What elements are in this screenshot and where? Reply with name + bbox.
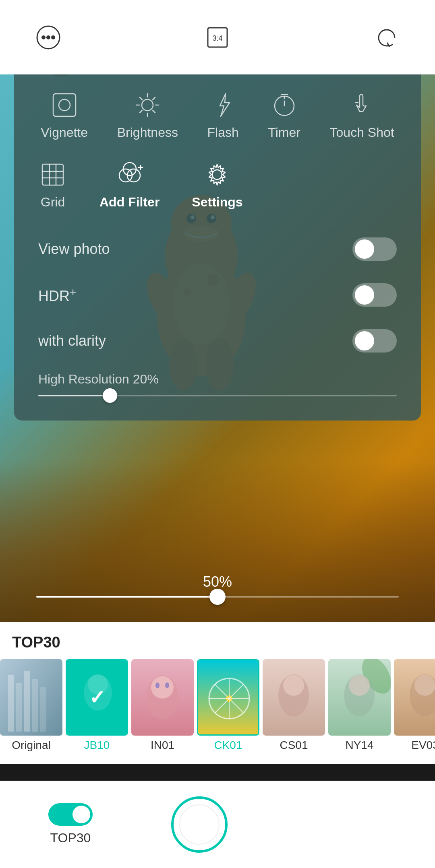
filter-name-original: Original — [12, 739, 50, 752]
filter-thumb-original — [0, 659, 62, 736]
resolution-slider-knob[interactable] — [103, 388, 117, 403]
dropdown-panel: Vignette Brightness — [14, 74, 421, 421]
settings-button[interactable]: Settings — [192, 160, 242, 210]
svg-point-2 — [47, 36, 50, 39]
filter-thumb-ev03 — [394, 659, 435, 736]
add-filter-label: Add Filter — [99, 195, 160, 210]
svg-rect-49 — [8, 675, 14, 732]
timer-icon — [270, 91, 299, 120]
view-photo-toggle-row: View photo — [14, 226, 421, 272]
brightness-button[interactable]: Brightness — [117, 91, 178, 140]
filter-name-jb10: JB10 — [84, 739, 110, 752]
more-options-button[interactable] — [32, 21, 64, 54]
brightness-icon — [133, 91, 162, 120]
filter-name-in01: IN01 — [151, 739, 174, 752]
resolution-slider-label: High Resolution 20% — [38, 372, 397, 387]
main-slider-container: 50% — [0, 573, 435, 598]
svg-point-3 — [52, 36, 55, 39]
touchshot-button[interactable]: Touch Shot — [330, 91, 394, 140]
clarity-label: with clarity — [38, 332, 106, 349]
svg-point-22 — [59, 99, 70, 111]
vignette-label: Vignette — [41, 125, 88, 140]
svg-line-29 — [153, 110, 155, 113]
clarity-toggle[interactable] — [352, 329, 397, 353]
main-slider-percentage: 50% — [203, 573, 232, 590]
panel-second-row: Grid Add Filter — [14, 148, 421, 218]
filter-item-ev03[interactable]: EV03 — [394, 659, 435, 752]
rotate-camera-button[interactable] — [371, 21, 403, 54]
grid-icon — [38, 160, 67, 189]
filter-item-original[interactable]: Original — [0, 659, 62, 752]
svg-point-1 — [42, 36, 45, 39]
bottom-bar: TOP30 — [0, 781, 435, 868]
svg-point-60 — [155, 682, 160, 688]
top30-toggle-switch[interactable] — [48, 803, 93, 826]
hdr-toggle-row: HDR+ — [14, 272, 421, 318]
svg-point-78 — [414, 675, 435, 696]
filter-item-cs01[interactable]: CS01 — [263, 659, 325, 752]
aspect-ratio-button[interactable]: 3:4 — [201, 21, 234, 54]
filter-name-ev03: EV03 — [411, 739, 435, 752]
shutter-button[interactable] — [171, 796, 228, 853]
filter-item-ck01[interactable]: CK01 — [197, 659, 259, 752]
svg-rect-51 — [24, 671, 30, 732]
filter-name-ck01: CK01 — [214, 739, 242, 752]
svg-point-47 — [212, 170, 222, 179]
main-slider-track[interactable] — [36, 596, 399, 598]
svg-point-23 — [142, 99, 153, 111]
filter-name-ny14: NY14 — [345, 739, 373, 752]
panel-divider-1 — [26, 222, 409, 222]
timer-label: Timer — [268, 125, 300, 140]
filter-thumb-in01 — [131, 659, 194, 736]
filter-thumb-jb10: ✓ — [66, 659, 128, 736]
resolution-slider-fill — [38, 395, 110, 396]
grid-button[interactable]: Grid — [38, 160, 67, 210]
filter-thumb-cs01 — [263, 659, 325, 736]
svg-rect-21 — [53, 94, 76, 116]
filter-strip: Original ✓ JB10 — [0, 659, 435, 756]
view-photo-label: View photo — [38, 241, 110, 258]
resolution-slider-row: High Resolution 20% — [14, 364, 421, 408]
grid-label: Grid — [41, 195, 65, 210]
svg-line-31 — [140, 110, 142, 113]
filter-item-jb10[interactable]: ✓ JB10 — [66, 659, 128, 752]
clarity-toggle-row: with clarity — [14, 318, 421, 364]
resolution-slider-track[interactable] — [38, 395, 397, 396]
camera-viewfinder: Vignette Brightness — [0, 74, 435, 622]
vignette-button[interactable]: Vignette — [41, 91, 88, 140]
settings-icon — [203, 160, 232, 189]
settings-label: Settings — [192, 195, 242, 210]
timer-button[interactable]: Timer — [268, 91, 300, 140]
touchshot-label: Touch Shot — [330, 125, 394, 140]
svg-line-28 — [140, 97, 142, 100]
view-photo-knob — [355, 239, 374, 259]
filter-item-in01[interactable]: IN01 — [131, 659, 194, 752]
svg-rect-53 — [40, 687, 46, 732]
filter-selected-overlay: ✓ — [67, 660, 127, 734]
flash-icon — [209, 91, 238, 120]
svg-point-61 — [165, 682, 169, 688]
view-photo-toggle[interactable] — [352, 237, 397, 261]
hdr-knob — [355, 285, 374, 305]
hdr-toggle[interactable] — [352, 283, 397, 307]
flash-label: Flash — [207, 125, 239, 140]
vignette-icon — [50, 91, 79, 120]
svg-line-30 — [153, 97, 155, 100]
top30-toggle-label: TOP30 — [50, 831, 91, 845]
filter-item-ny14[interactable]: NY14 — [328, 659, 391, 752]
flash-button[interactable]: Flash — [207, 91, 239, 140]
filter-thumb-ny14 — [328, 659, 391, 736]
svg-rect-52 — [32, 679, 38, 732]
svg-point-75 — [349, 675, 370, 696]
svg-point-71 — [283, 675, 304, 696]
top30-toggle-area[interactable]: TOP30 — [48, 803, 93, 845]
main-slider-knob[interactable] — [209, 589, 226, 605]
svg-point-59 — [151, 676, 174, 699]
filter-name-cs01: CS01 — [280, 739, 308, 752]
clarity-knob — [355, 331, 374, 350]
add-filter-button[interactable]: Add Filter — [99, 160, 160, 210]
top-bar: 3:4 — [0, 0, 435, 74]
touchshot-icon — [348, 91, 377, 120]
hdr-label: HDR+ — [38, 286, 76, 305]
brightness-label: Brightness — [117, 125, 178, 140]
